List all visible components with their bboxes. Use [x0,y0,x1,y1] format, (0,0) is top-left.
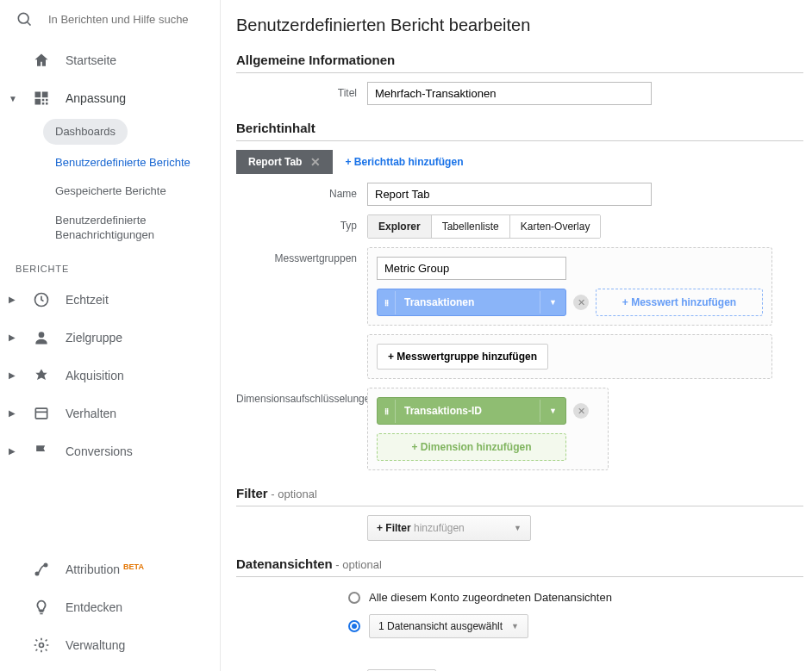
name-input[interactable] [367,183,652,206]
radio-all-views[interactable] [348,592,360,604]
add-report-tab[interactable]: + Berichttab hinzufügen [333,151,475,173]
nav-label: Conversions [66,444,133,458]
svg-point-14 [44,563,47,566]
svg-rect-4 [35,99,41,105]
views-select[interactable]: 1 Datenansicht ausgewählt ▼ [369,614,528,638]
nav-label: Akquisition [66,369,124,382]
name-label: Name [236,183,367,200]
home-icon [33,52,50,69]
caret-right-icon: ▶ [9,332,17,342]
add-filter-button[interactable]: + Filter hinzufügen ▼ [367,515,531,541]
caret-right-icon: ▶ [9,370,17,380]
chip-label: Transaktions-ID [396,398,540,424]
add-metric-group-button[interactable]: + Messwertgruppe hinzufügen [377,344,548,370]
metric-chip-transaktionen[interactable]: ⁞⁞ Transaktionen ▼ [377,289,566,316]
svg-rect-6 [46,99,48,102]
reports-section-label: BERICHTE [0,250,220,281]
lightbulb-icon [33,599,50,616]
subnav-dashboards[interactable]: Dashboards [43,119,128,145]
nav: Startseite ▼ Anpassung Dashboards Benutz… [0,38,220,550]
type-label: Typ [236,214,367,232]
nav-conversions[interactable]: ▶ Conversions [0,432,220,470]
dimension-chip-transaktions-id[interactable]: ⁞⁞ Transaktions-ID ▼ [377,397,566,425]
type-buttons: Explorer Tabellenliste Karten-Overlay [367,214,601,239]
chevron-down-icon: ▼ [540,291,565,314]
chevron-down-icon: ▼ [511,622,519,631]
person-icon [33,329,50,346]
radio-all-views-label: Alle diesem Konto zugeordneten Datenansi… [369,591,612,604]
dimensions-panel: ⁞⁞ Transaktions-ID ▼ ✕ + Dimension hinzu… [367,388,609,470]
add-dimension-button[interactable]: + Dimension hinzufügen [377,433,566,461]
nav-audience[interactable]: ▶ Zielgruppe [0,319,220,357]
section-report-content: Berichtinhalt [236,121,803,141]
metric-group-name-input[interactable] [377,257,566,280]
add-metric-button[interactable]: + Messwert hinzufügen [596,289,763,316]
report-tab-active[interactable]: Report Tab ✕ [236,150,333,174]
svg-rect-3 [42,92,48,98]
nav-label: Verhalten [66,407,116,420]
svg-rect-5 [42,99,45,102]
svg-rect-11 [35,408,47,419]
subnav-saved-reports[interactable]: Gespeicherte Berichte [48,177,220,206]
section-views: Datenansichten - optional [236,556,803,577]
title-label: Titel [236,82,367,99]
chip-label: Transaktionen [396,289,540,315]
nav-admin[interactable]: Verwaltung [0,626,220,664]
nav-customization[interactable]: ▼ Anpassung [0,79,220,117]
title-input[interactable] [367,82,652,105]
search-input[interactable] [48,13,206,26]
main-content: Benutzerdefinierten Bericht bearbeiten A… [221,0,812,671]
chevron-down-icon: ▼ [514,524,522,532]
behavior-icon [33,405,50,422]
flag-icon [33,443,50,460]
type-explorer[interactable]: Explorer [368,215,432,238]
subnav-custom-reports[interactable]: Benutzerdefinierte Berichte [48,148,220,177]
nav-attribution[interactable]: AttributionBETA [0,550,220,588]
nav-label: Zielgruppe [66,331,122,345]
nav-realtime[interactable]: ▶ Echtzeit [0,281,220,319]
nav-label: Startseite [66,53,116,67]
svg-rect-8 [46,103,48,105]
search-row [0,0,220,38]
nav-discover[interactable]: Entdecken [0,588,220,626]
views-select-label: 1 Datenansicht ausgewählt [378,620,503,632]
subnav-custom-alerts[interactable]: Benutzerdefinierte Benachrichtigungen [48,206,220,250]
nav-behavior[interactable]: ▶ Verhalten [0,395,220,432]
nav-acquisition[interactable]: ▶ Akquisition [0,357,220,395]
clock-icon [33,291,50,308]
dimensions-label: Dimensionsaufschlüsselungen [236,388,367,405]
svg-line-1 [28,22,31,26]
type-map[interactable]: Karten-Overlay [510,215,601,238]
caret-right-icon: ▶ [9,295,17,304]
add-metric-group-panel: + Messwertgruppe hinzufügen [367,334,772,379]
section-filter: Filter - optional [236,486,803,506]
attribution-icon [33,561,50,578]
remove-dimension-button[interactable]: ✕ [573,403,589,419]
nav-home[interactable]: Startseite [0,41,220,79]
metric-groups-label: Messwertgruppen [236,247,367,264]
remove-metric-button[interactable]: ✕ [573,295,589,310]
page-title: Benutzerdefinierten Bericht bearbeiten [236,16,803,35]
bottom-nav: AttributionBETA Entdecken Verwaltung [0,550,220,671]
search-icon [16,10,33,28]
nav-label: Entdecken [66,600,122,614]
nav-label: Anpassung [66,91,126,105]
tab-label: Report Tab [248,156,302,168]
section-general-info: Allgemeine Informationen [236,53,803,73]
chevron-down-icon: ▼ [540,400,565,422]
nav-label: Verwaltung [66,638,125,652]
metric-group-panel: ⁞⁞ Transaktionen ▼ ✕ + Messwert hinzufüg… [367,247,772,326]
svg-point-13 [35,572,38,575]
nav-label: AttributionBETA [66,562,144,576]
beta-badge: BETA [123,562,144,571]
svg-point-15 [40,643,44,648]
radio-selected-views[interactable] [348,620,360,632]
acquisition-icon [33,367,50,384]
grip-icon: ⁞⁞ [378,400,396,423]
type-table[interactable]: Tabellenliste [432,215,510,238]
nav-label: Echtzeit [66,293,109,307]
caret-down-icon: ▼ [9,94,17,103]
svg-rect-2 [35,92,41,98]
close-tab-icon[interactable]: ✕ [310,155,321,169]
customization-icon [33,90,50,107]
